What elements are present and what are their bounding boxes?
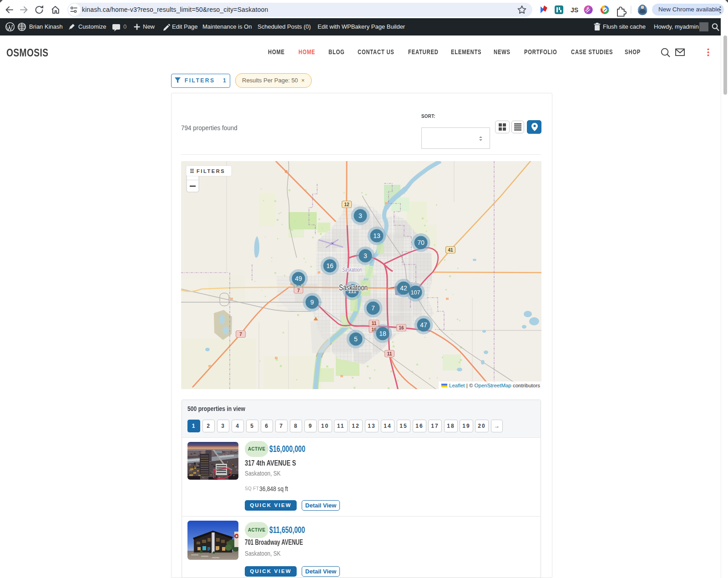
svg-text:13: 13: [373, 232, 380, 239]
svg-text:5: 5: [354, 335, 358, 343]
svg-text:3: 3: [359, 212, 362, 219]
svg-text:9: 9: [310, 299, 314, 306]
svg-text:7: 7: [239, 332, 242, 337]
svg-text:3: 3: [364, 252, 367, 259]
svg-text:Leaflet | © OpenStreetMap cont: Leaflet | © OpenStreetMap contributors: [449, 383, 540, 388]
svg-text:FILTERS: FILTERS: [197, 168, 225, 174]
svg-text:7: 7: [371, 304, 375, 312]
svg-text:7: 7: [297, 288, 300, 293]
svg-text:18: 18: [379, 330, 386, 337]
svg-text:12: 12: [344, 202, 349, 207]
svg-text:16: 16: [399, 325, 404, 330]
svg-text:Saskatoon: Saskatoon: [339, 283, 368, 292]
svg-text:42: 42: [400, 284, 407, 292]
svg-text:41: 41: [448, 248, 453, 253]
svg-text:Saskatoon: Saskatoon: [342, 267, 362, 273]
svg-text:16: 16: [326, 262, 334, 269]
svg-text:70: 70: [417, 239, 425, 246]
svg-text:47: 47: [420, 321, 427, 329]
svg-text:JS: JS: [571, 6, 578, 14]
svg-text:11: 11: [387, 351, 392, 356]
svg-text:11: 11: [372, 321, 377, 326]
svg-text:49: 49: [295, 275, 302, 282]
svg-text:107: 107: [411, 289, 420, 296]
